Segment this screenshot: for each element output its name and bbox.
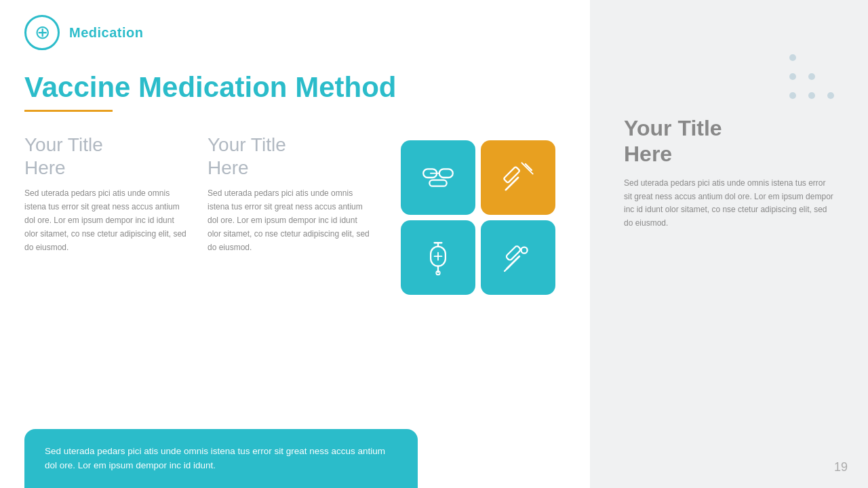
- content-area: Your TitleHere Sed uterada pedars pici a…: [0, 117, 590, 295]
- dot: [789, 73, 796, 80]
- text-column-1: Your TitleHere Sed uterada pedars pici a…: [24, 134, 187, 295]
- col2-body: Sed uterada pedars pici atis unde omnis …: [208, 187, 370, 254]
- footer-banner: Sed uterada pedars pici atis unde omnis …: [24, 429, 418, 488]
- dot: [808, 73, 815, 80]
- pills-icon-card: [401, 140, 475, 215]
- col1-title: Your TitleHere: [24, 134, 187, 179]
- svg-line-18: [505, 266, 509, 271]
- syringe-icon: [498, 158, 538, 197]
- right-panel: Your TitleHere Sed uterada pedars pici a…: [590, 0, 868, 488]
- page-number: 19: [834, 460, 848, 474]
- dot: [808, 92, 815, 99]
- svg-line-7: [521, 163, 532, 174]
- dot-row-2: [789, 73, 834, 80]
- svg-rect-16: [506, 245, 521, 261]
- dots-decoration: [789, 54, 834, 99]
- dot-row-3: [789, 92, 834, 99]
- icon-grid: [401, 140, 555, 295]
- dot: [789, 54, 796, 61]
- heading-underline: [24, 110, 113, 112]
- cross-icon: ⊕: [35, 23, 50, 42]
- text-column-2: Your TitleHere Sed uterada pedars pici a…: [208, 134, 370, 295]
- right-content: Your TitleHere Sed uterada pedars pici a…: [617, 115, 841, 230]
- main-heading-section: Vaccine Medication Method: [0, 65, 590, 112]
- col1-body: Sed uterada pedars pici atis unde omnis …: [24, 187, 187, 254]
- svg-point-17: [521, 247, 528, 253]
- svg-rect-1: [439, 169, 453, 178]
- page-title: Vaccine Medication Method: [24, 72, 566, 103]
- svg-rect-2: [429, 180, 446, 186]
- header-title: Medication: [69, 25, 143, 41]
- main-panel: ⊕ Medication Vaccine Medication Method Y…: [0, 0, 590, 488]
- right-title: Your TitleHere: [624, 115, 834, 167]
- iv-bag-icon: [418, 238, 458, 277]
- dropper-icon-card: [481, 220, 555, 295]
- right-body: Sed uterada pedars pici atis unde omnis …: [624, 177, 834, 230]
- iv-bag-icon-card: [401, 220, 475, 295]
- dropper-icon: [498, 238, 538, 277]
- header: ⊕ Medication: [0, 0, 590, 65]
- svg-rect-5: [503, 167, 519, 183]
- col2-title: Your TitleHere: [208, 134, 370, 179]
- footer-text: Sed uterada pedars pici atis unde omnis …: [45, 444, 397, 473]
- icon-grid-area: [391, 134, 566, 295]
- syringe-icon-card: [481, 140, 555, 215]
- dot: [827, 92, 834, 99]
- dot: [789, 92, 796, 99]
- logo-circle: ⊕: [24, 15, 60, 50]
- pills-icon: [418, 158, 458, 197]
- dot-row-1: [789, 54, 834, 61]
